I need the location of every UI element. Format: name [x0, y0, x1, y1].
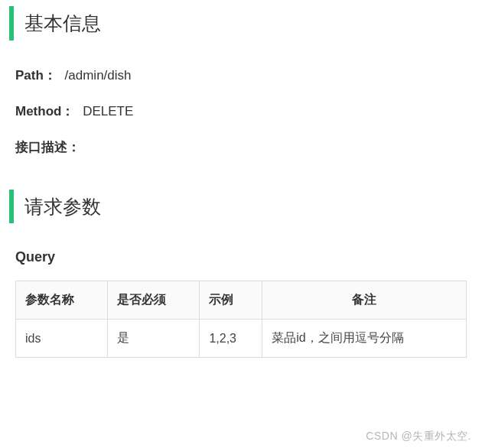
cell-example: 1,2,3 — [200, 320, 262, 358]
col-header-example: 示例 — [200, 281, 262, 320]
section-heading-request-params: 请求参数 — [9, 190, 473, 224]
col-header-remark: 备注 — [262, 281, 467, 320]
desc-label: 接口描述： — [15, 140, 80, 154]
method-value: DELETE — [83, 104, 133, 118]
query-subheading: Query — [9, 249, 473, 265]
info-line-path: Path： /admin/dish — [15, 67, 473, 84]
method-label: Method： — [15, 104, 74, 118]
col-header-name: 参数名称 — [16, 281, 108, 320]
path-value: /admin/dish — [65, 68, 132, 83]
path-label: Path： — [15, 68, 57, 83]
info-line-method: Method： DELETE — [15, 102, 473, 120]
watermark: CSDN @失重外太空. — [366, 430, 471, 443]
cell-required: 是 — [108, 320, 200, 358]
cell-remark: 菜品id，之间用逗号分隔 — [262, 320, 467, 358]
cell-name: ids — [16, 320, 108, 358]
table-row: ids 是 1,2,3 菜品id，之间用逗号分隔 — [16, 320, 467, 358]
table-header-row: 参数名称 是否必须 示例 备注 — [16, 281, 467, 320]
col-header-required: 是否必须 — [108, 281, 200, 320]
section-heading-basic-info: 基本信息 — [9, 6, 473, 41]
query-params-table: 参数名称 是否必须 示例 备注 ids 是 1,2,3 菜品id，之间用逗号分隔 — [15, 281, 467, 358]
basic-info-block: Path： /admin/dish Method： DELETE 接口描述： — [9, 67, 473, 156]
info-line-desc: 接口描述： — [15, 138, 473, 156]
